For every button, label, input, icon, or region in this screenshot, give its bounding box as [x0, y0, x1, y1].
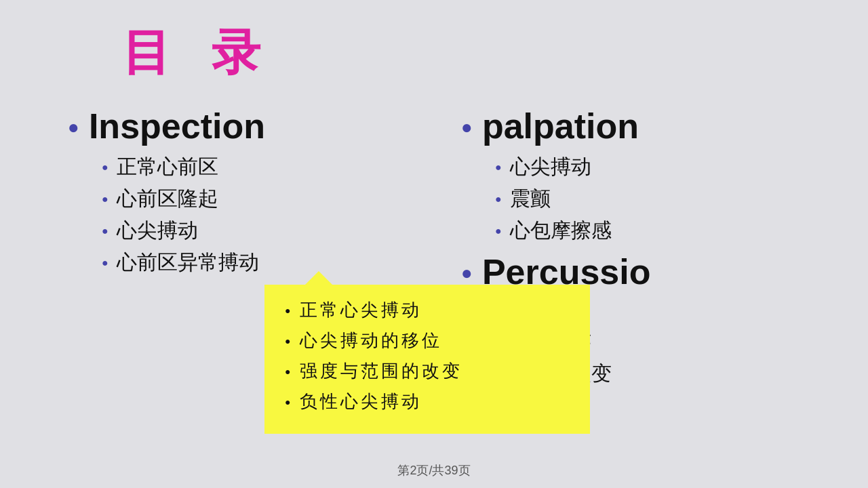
list-item: ● 正常心前区	[102, 153, 434, 181]
tooltip-box: ● 正常心尖搏动 ● 心尖搏动的移位 ● 强度与范围的改变 ● 负性心尖搏动	[264, 285, 590, 434]
list-item: ● 心尖搏动	[102, 217, 434, 245]
sub-bullet-3: ●	[102, 225, 108, 237]
tooltip-item-4: ● 负性心尖搏动	[285, 390, 570, 413]
sub-bullet-4: ●	[102, 257, 108, 269]
palpation-sub-bullet-1: ●	[495, 161, 502, 174]
inspection-sub-list: ● 正常心前区 ● 心前区隆起 ● 心尖搏动 ● 心前区异常搏动	[102, 153, 434, 277]
tooltip-item-2: ● 心尖搏动的移位	[285, 329, 570, 352]
inspection-title: ● Inspection	[68, 106, 434, 146]
list-item: ● 心前区隆起	[102, 185, 434, 213]
list-item: ● 心尖搏动	[495, 153, 827, 181]
slide: 目 录 ● Inspection ● 正常心前区 ● 心前区隆起 ● 心尖	[0, 0, 868, 488]
list-item: ● 震颤	[495, 185, 827, 213]
percussion-bullet: ●	[461, 262, 473, 284]
list-item: ● 心包摩擦感	[495, 217, 827, 245]
tooltip-item-3: ● 强度与范围的改变	[285, 359, 570, 383]
palpation-sub-bullet-3: ●	[495, 225, 502, 237]
slide-title: 目 录	[122, 20, 827, 85]
page-indicator: 第2页/共39页	[397, 462, 470, 479]
sub-bullet-1: ●	[102, 161, 108, 174]
tooltip-item-1: ● 正常心尖搏动	[285, 298, 570, 322]
palpation-sub-list: ● 心尖搏动 ● 震颤 ● 心包摩擦感	[495, 153, 827, 245]
palpation-bullet: ●	[461, 117, 473, 138]
list-item: ● 心前区异常搏动	[102, 249, 434, 277]
palpation-sub-bullet-2: ●	[495, 193, 502, 205]
inspection-bullet: ●	[68, 117, 79, 138]
sub-bullet-2: ●	[102, 193, 108, 205]
palpation-title: ● palpation	[461, 106, 827, 146]
